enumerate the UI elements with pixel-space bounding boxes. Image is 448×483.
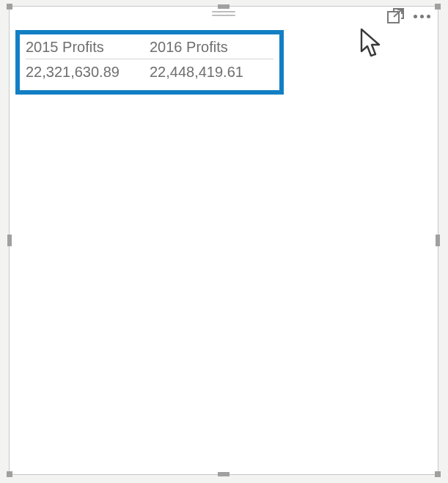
visual-header <box>10 7 438 27</box>
profits-table-highlight: 2015 Profits 2016 Profits 22,321,630.89 … <box>15 30 284 95</box>
resize-handle-ml[interactable] <box>7 235 12 246</box>
table-header-row: 2015 Profits 2016 Profits <box>26 39 273 59</box>
cell-2015-profit[interactable]: 22,321,630.89 <box>26 59 150 81</box>
resize-handle-br[interactable] <box>435 471 441 477</box>
column-header[interactable]: 2015 Profits <box>26 39 150 59</box>
resize-handle-mr[interactable] <box>436 235 440 246</box>
svg-line-1 <box>394 10 402 17</box>
visual-container[interactable]: 2015 Profits 2016 Profits 22,321,630.89 … <box>9 6 438 475</box>
more-options-icon[interactable] <box>412 12 432 21</box>
resize-handle-bl[interactable] <box>7 471 12 477</box>
table-row: 22,321,630.89 22,448,419.61 <box>26 59 273 81</box>
resize-handle-mb[interactable] <box>218 472 229 476</box>
cell-2016-profit[interactable]: 22,448,419.61 <box>150 59 273 81</box>
focus-mode-icon[interactable] <box>387 8 405 24</box>
drag-grip-icon[interactable] <box>212 11 235 18</box>
profits-table: 2015 Profits 2016 Profits 22,321,630.89 … <box>26 39 273 81</box>
column-header[interactable]: 2016 Profits <box>150 39 273 59</box>
